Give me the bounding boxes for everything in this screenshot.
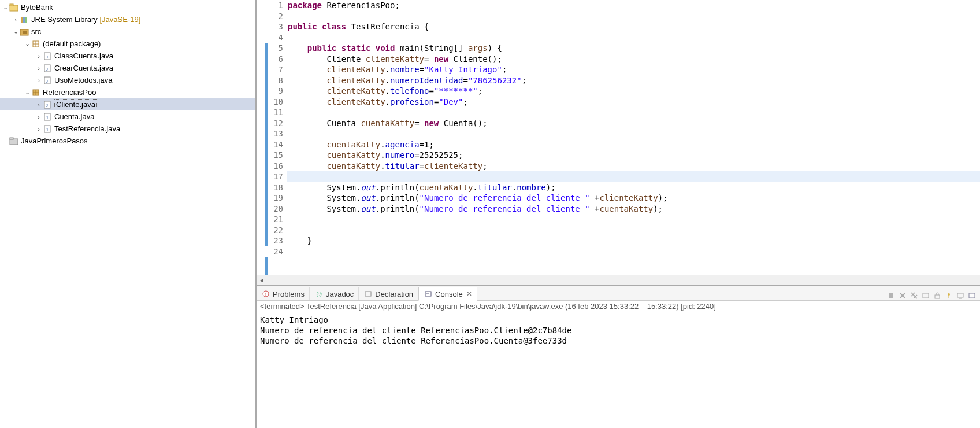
tree-label: ClassCuenta.java: [54, 51, 113, 60]
tree-src[interactable]: ⌄ src: [0, 25, 255, 38]
svg-rect-40: [923, 293, 929, 298]
project-folder-icon: [9, 3, 18, 12]
open-console-icon[interactable]: [967, 291, 977, 300]
tree-label: TestReferencia.java: [54, 124, 120, 133]
java-file-icon: J: [43, 51, 52, 61]
tab-problems[interactable]: ! Problems: [257, 287, 310, 300]
chevron-right-icon[interactable]: ›: [35, 65, 43, 72]
java-file-icon: J: [43, 112, 52, 121]
tree-label: src: [31, 27, 41, 36]
svg-text:J: J: [46, 67, 48, 72]
svg-rect-1: [10, 4, 13, 6]
chevron-right-icon[interactable]: ›: [35, 113, 43, 120]
display-icon[interactable]: [956, 291, 965, 300]
tab-label: Declaration: [375, 290, 413, 298]
closed-folder-icon: [9, 136, 18, 146]
svg-text:J: J: [46, 103, 48, 108]
code-editor[interactable]: 123456789101112131415161718192021222324 …: [257, 0, 980, 275]
svg-text:@: @: [316, 291, 322, 297]
tree-file[interactable]: › J ClassCuenta.java: [0, 50, 255, 62]
tab-declaration[interactable]: Declaration: [359, 287, 418, 300]
src-folder-icon: [20, 27, 29, 36]
chevron-down-icon[interactable]: ⌄: [23, 88, 31, 96]
pin-console-icon[interactable]: [944, 291, 953, 300]
console-icon: [424, 289, 433, 298]
chevron-down-icon[interactable]: ⌄: [23, 40, 31, 47]
java-file-icon: J: [43, 124, 52, 134]
terminate-icon[interactable]: [886, 291, 896, 300]
remove-all-icon[interactable]: [910, 291, 919, 300]
tree-other-project[interactable]: › JavaPrimerosPasos: [0, 135, 255, 147]
console-toolbar: [886, 291, 980, 300]
tree-pkg-ref[interactable]: ⌄ ReferenciasPoo: [0, 86, 255, 98]
chevron-right-icon[interactable]: ›: [35, 77, 43, 84]
library-icon: [20, 15, 29, 24]
tree-file-selected[interactable]: › J Cliente.java: [0, 98, 255, 110]
chevron-right-icon[interactable]: ›: [12, 16, 20, 23]
svg-point-42: [948, 293, 950, 296]
package-icon: [31, 88, 40, 97]
scroll-lock-icon[interactable]: [933, 291, 942, 300]
svg-rect-6: [23, 31, 27, 34]
line-number-gutter: 123456789101112131415161718192021222324: [268, 0, 287, 275]
declaration-icon: [363, 289, 373, 298]
package-icon: [31, 39, 40, 49]
tab-console[interactable]: Console ✕: [418, 287, 477, 301]
svg-rect-30: [365, 292, 371, 296]
tree-label: CrearCuenta.java: [54, 64, 113, 72]
svg-rect-33: [889, 293, 893, 298]
tree-file[interactable]: › J UsoMetodos.java: [0, 74, 255, 86]
close-icon[interactable]: ✕: [466, 290, 472, 298]
marker-bar: [257, 0, 265, 275]
remove-icon[interactable]: [898, 291, 907, 300]
svg-rect-44: [957, 293, 963, 297]
svg-text:!: !: [265, 292, 266, 297]
chevron-right-icon[interactable]: ›: [35, 101, 43, 108]
svg-rect-2: [21, 17, 23, 23]
chevron-down-icon[interactable]: ⌄: [12, 28, 20, 35]
code-area[interactable]: package ReferenciasPoo;public class Test…: [287, 0, 980, 275]
svg-text:J: J: [46, 79, 48, 84]
tree-label: Cuenta.java: [54, 112, 94, 121]
scroll-left-icon[interactable]: ◄: [257, 277, 266, 283]
tree-default-pkg[interactable]: ⌄ (default package): [0, 38, 255, 50]
tree-label: ByteBank: [21, 3, 53, 12]
tree-label: (default package): [43, 39, 101, 48]
java-file-icon: J: [43, 64, 52, 73]
svg-rect-46: [969, 293, 975, 298]
tree-file[interactable]: › J Cuenta.java: [0, 110, 255, 123]
tree-label: ReferenciasPoo: [43, 88, 96, 97]
tree-label: JRE System Library [JavaSE-19]: [31, 15, 140, 24]
chevron-right-icon[interactable]: ›: [35, 126, 43, 132]
tab-javadoc[interactable]: @ Javadoc: [310, 287, 359, 300]
java-file-icon: J: [43, 100, 52, 109]
chevron-down-icon[interactable]: ⌄: [1, 3, 9, 11]
javadoc-icon: @: [314, 289, 324, 298]
tree-label: JavaPrimerosPasos: [21, 136, 88, 145]
java-file-icon: J: [43, 76, 52, 85]
clear-console-icon[interactable]: [921, 291, 930, 300]
svg-rect-3: [23, 17, 25, 23]
tree-file[interactable]: › J CrearCuenta.java: [0, 62, 255, 74]
tree-file[interactable]: › J TestReferencia.java: [0, 123, 255, 135]
tree-project[interactable]: ⌄ ByteBank: [0, 1, 255, 13]
bottom-tab-bar: ! Problems @ Javadoc Declaration Console…: [257, 286, 980, 301]
horizontal-scrollbar[interactable]: ◄: [257, 275, 980, 285]
problems-icon: !: [261, 289, 270, 298]
chevron-right-icon[interactable]: ›: [35, 53, 43, 60]
tree-label: UsoMetodos.java: [54, 76, 112, 84]
svg-text:J: J: [46, 127, 48, 132]
tab-label: Problems: [273, 290, 305, 298]
tab-label: Console: [435, 290, 463, 298]
svg-text:J: J: [46, 115, 48, 120]
package-explorer[interactable]: ⌄ ByteBank › JRE System Library [JavaSE-…: [0, 0, 255, 428]
svg-rect-31: [425, 292, 431, 296]
svg-rect-26: [10, 138, 13, 139]
tree-jre[interactable]: › JRE System Library [JavaSE-19]: [0, 13, 255, 25]
svg-rect-41: [935, 295, 940, 298]
tree-label: Cliente.java: [54, 99, 97, 109]
svg-rect-4: [25, 17, 27, 23]
console-output[interactable]: Katty Intriago Numero de referencia del …: [257, 312, 980, 428]
svg-text:J: J: [46, 54, 48, 60]
tab-label: Javadoc: [326, 290, 354, 298]
